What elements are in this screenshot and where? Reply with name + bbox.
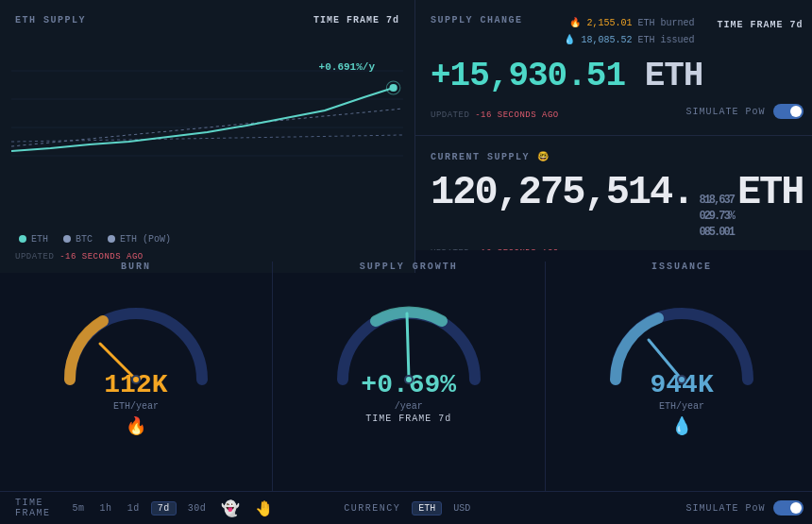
svg-point-16 [679,377,685,382]
time-btn-7d[interactable]: 7d [151,501,177,516]
growth-gauge-title: SUPPLY GROWTH [360,262,458,272]
legend-dot-eth [19,235,26,243]
legend-dot-eth-pow [108,235,115,243]
issued-icon: 💧 [564,35,581,45]
time-btn-30d[interactable]: 30d [184,501,211,516]
eth-supply-updated: UPDATED -16 SECONDS AGO [15,252,399,262]
svg-line-8 [100,344,136,380]
supply-change-footer: UPDATED -16 SECONDS AGO SIMULATE PoW [431,103,804,120]
growth-gauge-container [324,276,494,389]
svg-line-11 [407,313,409,380]
simulate-toggle-supply[interactable] [773,104,804,119]
supply-change-header: SUPPLY CHANGE 🔥 2,155.01 ETH burned 💧 18… [431,15,804,49]
eth-supply-panel: ETH SUPPLY TIME FRAME 7d [0,0,415,273]
burn-gauge-panel: BURN 112K ETH/year 🔥 [0,262,273,491]
supply-change-panel: SUPPLY CHANGE 🔥 2,155.01 ETH burned 💧 18… [415,0,812,136]
supply-change-details: 🔥 2,155.01 ETH burned 💧 18,085.52 ETH is… [564,15,694,49]
supply-change-title: SUPPLY CHANGE [431,15,523,25]
issuance-gauge-icon: 💧 [671,415,692,436]
hand-icon-btn[interactable]: 🤚 [251,499,278,517]
ghost-icon-btn[interactable]: 👻 [217,499,244,517]
legend-eth: ETH [19,234,48,245]
burned-row: 🔥 2,155.01 ETH burned [564,15,694,32]
burn-icon: 🔥 [569,18,586,28]
dashboard: ETH SUPPLY TIME FRAME 7d [0,0,812,524]
issued-value: 18,085.52 [581,35,632,45]
eth-supply-title: ETH SUPPLY [15,15,86,25]
time-frame-label: TIME FRAME [15,498,58,518]
simulate-row-supply: SIMULATE PoW [685,104,803,119]
simulate-label-supply: SIMULATE PoW [685,107,765,117]
time-btn-5m[interactable]: 5m [69,501,89,516]
toggle-thumb [790,106,802,117]
burn-gauge-container [51,276,221,389]
growth-gauge-sub: /year [395,401,423,412]
eth-supply-header: ETH SUPPLY TIME FRAME 7d [15,15,399,25]
svg-line-14 [649,340,682,380]
bottom-bar: TIME FRAME 5m 1h 1d 7d 30d 👻 🤚 CURRENCY … [0,491,812,524]
burn-gauge-sub: ETH/year [113,401,159,412]
growth-gauge-timeframe: TIME FRAME 7d [365,414,451,424]
svg-point-6 [389,84,397,92]
gauges-row: BURN 112K ETH/year 🔥 [0,250,812,491]
supply-change-updated: UPDATED -16 SECONDS AGO [431,110,559,120]
issuance-gauge-title: ISSUANCE [651,262,712,272]
burn-gauge-icon: 🔥 [126,415,146,436]
supply-change-timeframe: TIME FRAME 7d [717,20,803,30]
toggle-thumb-bottom [790,502,802,514]
simulate-section: SIMULATE PoW [540,500,803,516]
time-btn-1d[interactable]: 1d [124,501,144,516]
issued-row: 💧 18,085.52 ETH issued [564,32,694,49]
supply-change-value: +15,930.51 ETH [431,57,804,95]
current-supply-title: CURRENT SUPPLY 🤓 [431,151,550,162]
eth-supply-chart: +0.691%/y [11,33,403,227]
burned-label: ETH burned [637,18,694,28]
supply-change-timeframe-block: TIME FRAME 7d [717,15,803,32]
svg-point-10 [133,377,139,382]
time-btn-1h[interactable]: 1h [96,501,116,516]
eth-supply-timeframe: TIME FRAME 7d [313,15,399,25]
time-frame-section: TIME FRAME 5m 1h 1d 7d 30d 👻 🤚 [15,498,278,518]
bottom-row: BURN 112K ETH/year 🔥 [0,250,812,524]
legend-eth-pow: ETH (PoW) [108,234,171,245]
svg-point-13 [406,377,412,382]
top-row: ETH SUPPLY TIME FRAME 7d [0,0,812,250]
currency-label: CURRENCY [344,503,400,514]
issuance-gauge-sub: ETH/year [659,401,704,412]
currency-section: CURRENCY ETH USD [278,501,540,516]
simulate-toggle-bottom[interactable] [773,500,804,516]
issuance-gauge-container [597,276,767,389]
chart-legend: ETH BTC ETH (PoW) [15,234,399,245]
burn-gauge-title: BURN [121,262,151,272]
current-supply-value: 120,275,514. 818,637 029.73% 085.001 ETH [431,170,804,240]
growth-gauge-panel: SUPPLY GROWTH +0.69% /year [273,262,546,491]
current-supply-header: CURRENT SUPPLY 🤓 [431,151,804,162]
issued-label: ETH issued [637,35,694,45]
chart-rate-label: +0.691%/y [319,61,375,73]
currency-btn-eth[interactable]: ETH [412,501,442,516]
current-supply-decimal: 818,637 029.73% 085.001 [699,193,733,240]
currency-btn-usd[interactable]: USD [449,501,474,516]
burned-value: 2,155.01 [586,18,632,28]
issuance-gauge-panel: ISSUANCE 944K ETH/year 💧 [546,262,812,491]
simulate-label-bottom: SIMULATE PoW [686,503,766,514]
legend-dot-btc [63,235,71,243]
supply-change-right-block: 🔥 2,155.01 ETH burned 💧 18,085.52 ETH is… [564,15,803,49]
legend-btc: BTC [63,234,93,245]
right-top: SUPPLY CHANGE 🔥 2,155.01 ETH burned 💧 18… [415,0,812,273]
